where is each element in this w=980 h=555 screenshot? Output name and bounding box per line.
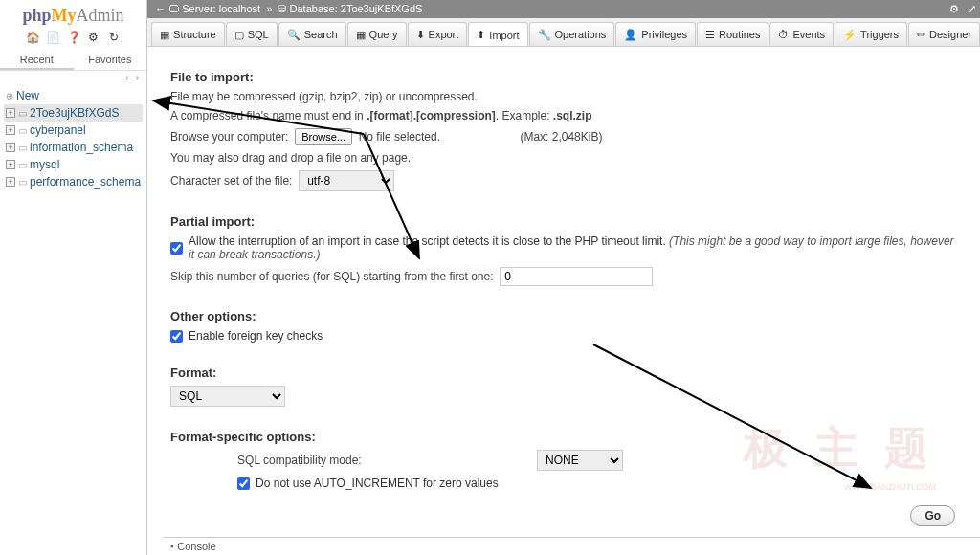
fk-label: Enable foreign key checks [189,329,323,343]
expand-icon[interactable]: + [6,160,15,169]
breadcrumb-server[interactable]: localhost [219,3,260,14]
compat-label: SQL compatibility mode: [237,454,362,467]
allow-interrupt-checkbox[interactable] [170,242,183,255]
tab-routines[interactable]: ☰Routines [697,22,768,46]
compat-select[interactable]: NONE [537,450,623,471]
reload-icon[interactable]: ↻ [107,31,121,44]
sidebar-toolbar: 🏠 📄 ❓ ⚙ ↻ [0,28,146,47]
expand-icon[interactable]: + [6,108,15,118]
tree-db-item[interactable]: +▭performance_schema [4,173,143,190]
tab-designer[interactable]: ✏Designer [908,22,980,46]
tab-privileges[interactable]: 👤Privileges [615,22,696,46]
breadcrumb-database[interactable]: 2Toe3ujKBfXGdS [341,3,423,14]
db-tree: ⊕New +▭2Toe3ujKBfXGdS +▭cyberpanel +▭inf… [0,85,146,192]
logout-icon[interactable]: 📄 [46,31,59,44]
console-bar[interactable]: Console [163,537,980,555]
gear-icon[interactable]: ⚙ [949,3,959,14]
home-icon[interactable]: 🏠 [26,31,39,44]
breadcrumb: ← 🖵 Server: localhost » ⛁ Database: 2Toe… [147,0,980,18]
tab-sql[interactable]: ▢SQL [226,22,278,46]
no-file-label: No file selected. [359,130,440,144]
expand-icon[interactable]: + [6,177,15,187]
main: ← 🖵 Server: localhost » ⛁ Database: 2Toe… [147,0,980,555]
browse-button[interactable]: Browse... [295,128,352,145]
tree-db-item[interactable]: +▭mysql [4,156,143,173]
drag-drop-note: You may also drag and drop a file on any… [170,151,961,165]
tree-new[interactable]: ⊕New [4,87,143,104]
tab-structure[interactable]: ▦Structure [151,22,225,46]
tree-db-item[interactable]: +▭cyberpanel [4,122,143,139]
collapse-icon[interactable]: ⤢ [968,3,976,14]
section-partial: Partial import: [170,214,961,229]
go-button[interactable]: Go [910,505,955,526]
max-size-label: (Max: 2,048KiB) [520,130,602,144]
compressed-note: File may be compressed (gzip, bzip2, zip… [170,90,961,103]
section-other: Other options: [170,309,961,323]
charset-label: Character set of the file: [170,174,292,188]
filename-note: A compressed file's name must end in .[f… [170,109,961,122]
skip-queries-label: Skip this number of queries (for SQL) st… [170,270,493,283]
tab-triggers[interactable]: ⚡Triggers [835,22,907,46]
content: File to import: File may be compressed (… [147,47,980,555]
charset-select[interactable]: utf-8 [299,170,394,191]
section-format: Format: [170,366,961,380]
tab-bar: ▦Structure ▢SQL 🔍Search ▦Query ⬇Export ⬆… [147,18,980,47]
format-select[interactable]: SQL [170,386,285,407]
section-file-import: File to import: [170,70,961,84]
noauto-checkbox[interactable] [237,477,250,490]
tree-db-item[interactable]: +▭information_schema [4,139,143,156]
sidebar: phpMyAdmin 🏠 📄 ❓ ⚙ ↻ Recent Favorites ⟷ … [0,0,147,555]
side-tab-recent[interactable]: Recent [0,51,74,70]
tab-export[interactable]: ⬇Export [408,22,468,46]
logo[interactable]: phpMyAdmin [0,0,146,28]
collapse-handle-icon[interactable]: ⟷ [0,71,146,85]
tab-import[interactable]: ⬆Import [468,22,527,46]
browse-label: Browse your computer: [170,130,288,144]
section-format-opts: Format-specific options: [170,430,961,444]
settings-icon[interactable]: ⚙ [87,31,100,44]
expand-icon[interactable]: + [6,125,15,135]
side-tab-favorites[interactable]: Favorites [74,51,147,70]
tab-query[interactable]: ▦Query [347,22,407,46]
allow-interrupt-label: Allow the interruption of an import in c… [189,234,961,261]
tree-db-item[interactable]: +▭2Toe3ujKBfXGdS [4,104,143,122]
docs-icon[interactable]: ❓ [67,31,80,44]
tab-operations[interactable]: 🔧Operations [529,22,615,46]
skip-queries-input[interactable] [500,267,653,286]
noauto-label: Do not use AUTO_INCREMENT for zero value… [256,477,499,490]
expand-icon[interactable]: + [6,143,15,152]
fk-checkbox[interactable] [170,330,183,343]
tab-events[interactable]: ⏱Events [769,22,834,46]
tab-search[interactable]: 🔍Search [278,22,346,46]
